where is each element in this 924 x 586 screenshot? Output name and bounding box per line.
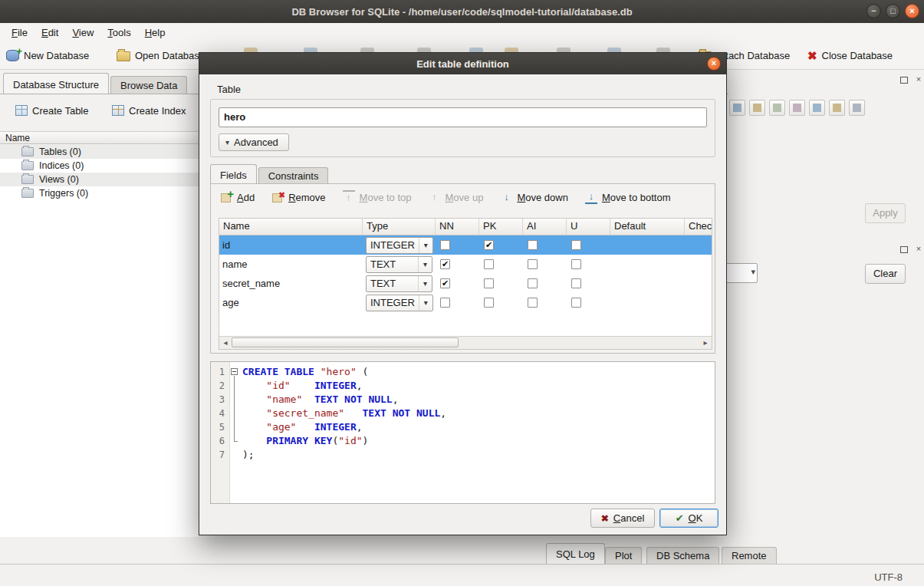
fold-minus-icon[interactable] [231, 368, 238, 375]
menu-help[interactable]: Help [138, 25, 173, 41]
field-row-secret-name[interactable]: secret_nameTEXT▾✔ [219, 274, 712, 293]
u-checkbox[interactable] [571, 278, 581, 288]
menu-tools[interactable]: Tools [100, 25, 137, 41]
menu-file[interactable]: File [5, 25, 35, 41]
pk-checkbox[interactable] [484, 298, 494, 308]
nn-checkbox[interactable]: ✔ [440, 259, 450, 269]
ai-checkbox[interactable] [528, 298, 538, 308]
fold-marker[interactable] [229, 365, 240, 379]
cancel-button[interactable]: ✖ Cancel [590, 509, 655, 528]
dock-float-icon[interactable] [899, 74, 909, 85]
dock-toolbar-icon[interactable] [789, 100, 805, 116]
tree-item-indices-0[interactable]: Indices (0) [0, 159, 199, 173]
tree-item-triggers-0[interactable]: Triggers (0) [0, 186, 199, 200]
field-u-cell [567, 255, 610, 274]
button-label: Move up [446, 192, 484, 203]
dialog-tab-constraints[interactable]: Constraints [258, 167, 329, 184]
dock-float-icon[interactable] [899, 244, 909, 255]
column-header-pk[interactable]: PK [479, 219, 523, 235]
close-database-button[interactable]: ✖ Close Database [807, 46, 893, 64]
advanced-toggle-button[interactable]: ▾ Advanced [219, 133, 289, 151]
column-header-name[interactable]: Name [219, 219, 363, 235]
bottom-tab-remote[interactable]: Remote [722, 547, 777, 564]
column-header-nn[interactable]: NN [436, 219, 479, 235]
column-header-type[interactable]: Type [363, 219, 436, 235]
bottom-tabs: SQL LogPlotDB SchemaRemote [0, 543, 924, 565]
maximize-icon[interactable]: □ [886, 4, 900, 18]
scroll-right-icon[interactable]: ▸ [699, 337, 712, 348]
tree-item-tables-0[interactable]: Tables (0) [0, 145, 199, 159]
remove-button[interactable]: Remove [271, 191, 325, 203]
dialog-close-icon[interactable]: × [707, 57, 721, 71]
tree-header[interactable]: Name [0, 131, 199, 144]
dock-close-icon[interactable]: × [913, 74, 924, 85]
ai-checkbox[interactable] [528, 278, 538, 288]
tree-item-views-0[interactable]: Views (0) [0, 173, 199, 186]
tab-browse-data[interactable]: Browse Data [110, 76, 187, 94]
field-check-cell [685, 255, 712, 274]
type-combobox[interactable]: TEXT▾ [366, 275, 432, 292]
field-row-age[interactable]: ageINTEGER▾ [219, 293, 712, 312]
type-combobox-value: TEXT [367, 258, 418, 270]
menu-edit[interactable]: Edit [35, 25, 65, 41]
u-checkbox[interactable] [571, 240, 581, 250]
combo-arrow-icon: ▾ [418, 276, 432, 291]
pk-checkbox[interactable] [484, 278, 494, 288]
horizontal-scrollbar[interactable]: ◂ ▸ [219, 336, 712, 349]
ai-checkbox[interactable] [528, 259, 538, 269]
structure-tree: Tables (0)Indices (0)Views (0)Triggers (… [0, 145, 199, 537]
dock-buttons: × [899, 244, 924, 255]
type-combobox[interactable]: TEXT▾ [366, 256, 432, 273]
move-to-bottom-button[interactable]: ↓Move to bottom [585, 190, 671, 204]
dock-close-icon[interactable]: × [913, 244, 924, 255]
field-row-name[interactable]: nameTEXT▾✔ [219, 255, 712, 274]
column-header-check[interactable]: Check [685, 219, 712, 235]
open-database-button[interactable]: Open Database [117, 46, 205, 64]
create-table-button[interactable]: Create Table [11, 100, 93, 120]
field-pk-cell [479, 274, 523, 293]
tree-header-label: Name [5, 133, 30, 143]
move-down-button[interactable]: ↓Move down [500, 191, 568, 203]
menu-view[interactable]: View [65, 25, 100, 41]
bottom-tab-db-schema[interactable]: DB Schema [646, 547, 719, 564]
dock-toolbar-icon[interactable] [829, 100, 845, 116]
minimize-icon[interactable]: − [866, 4, 881, 18]
u-checkbox[interactable] [571, 259, 581, 269]
dock-toolbar-icon[interactable] [729, 100, 745, 116]
scroll-left-icon[interactable]: ◂ [219, 337, 232, 348]
dock-toolbar-icon[interactable] [849, 100, 865, 116]
dock-buttons: × [899, 74, 924, 85]
dialog-titlebar: Edit table definition × [199, 53, 726, 74]
dialog-title: Edit table definition [416, 58, 509, 70]
u-checkbox[interactable] [571, 298, 581, 308]
bottom-tab-sql-log[interactable]: SQL Log [546, 543, 605, 564]
tab-database-structure[interactable]: Database Structure [3, 73, 109, 94]
new-database-button[interactable]: New Database [6, 46, 89, 64]
pk-checkbox[interactable] [484, 259, 494, 269]
create-index-button[interactable]: Create Index [107, 100, 190, 120]
ai-checkbox[interactable] [528, 240, 538, 250]
clear-button[interactable]: Clear [865, 264, 906, 284]
dock-toolbar-icon[interactable] [809, 100, 825, 116]
nn-checkbox[interactable]: ✔ [440, 278, 450, 288]
column-header-ai[interactable]: AI [523, 219, 567, 235]
pk-checkbox[interactable]: ✔ [484, 240, 494, 250]
table-name-input[interactable]: hero [219, 107, 707, 127]
dock-toolbar-icon[interactable] [769, 100, 785, 116]
scrollbar-thumb[interactable] [232, 337, 459, 347]
column-header-u[interactable]: U [567, 219, 610, 235]
dock-toolbar-icon[interactable] [749, 100, 765, 116]
nn-checkbox[interactable] [440, 298, 450, 308]
dialog-tab-fields[interactable]: Fields [210, 164, 257, 184]
field-row-id[interactable]: idINTEGER▾✔ [219, 235, 712, 255]
field-ai-cell [523, 235, 567, 255]
column-header-default[interactable]: Default [610, 219, 685, 235]
type-combobox[interactable]: INTEGER▾ [366, 237, 433, 254]
field-name-cell: secret_name [219, 274, 363, 293]
nn-checkbox[interactable] [440, 240, 450, 250]
ok-button[interactable]: ✔ OK [659, 509, 718, 528]
type-combobox[interactable]: INTEGER▾ [366, 295, 433, 311]
close-icon[interactable]: × [905, 4, 919, 18]
bottom-tab-plot[interactable]: Plot [605, 547, 642, 564]
add-button[interactable]: Add [220, 191, 255, 203]
